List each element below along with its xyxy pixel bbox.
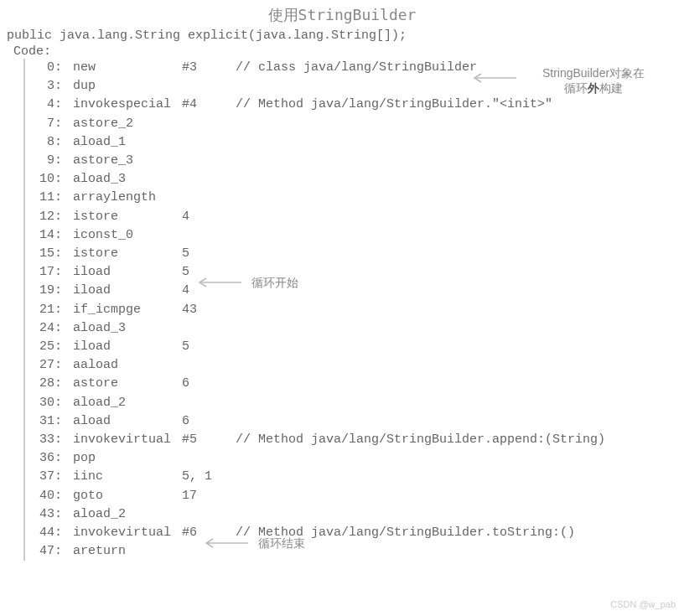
instruction: istore xyxy=(73,245,182,263)
instruction: astore xyxy=(73,375,182,393)
instruction: iload xyxy=(73,338,182,356)
offset: 43: xyxy=(28,505,65,524)
offset: 30: xyxy=(28,394,65,412)
offset: 24: xyxy=(28,319,65,338)
arrow-icon xyxy=(194,277,241,288)
offset: 11: xyxy=(28,189,65,207)
bytecode-row: 33: invokevirtual#5// Method java/lang/S… xyxy=(28,431,684,449)
offset: 21: xyxy=(28,301,65,319)
offset: 36: xyxy=(28,449,65,468)
annotation-text: StringBuilder对象在 xyxy=(526,65,661,80)
bytecode-row: 10: aload_3 xyxy=(28,170,684,189)
instruction: iload xyxy=(73,263,182,282)
argument: 17 xyxy=(182,487,236,505)
instruction: iconst_0 xyxy=(73,226,182,245)
argument: 6 xyxy=(182,375,236,393)
bytecode-row: 17: iload5 xyxy=(28,263,684,282)
bytecode-row: 30: aload_2 xyxy=(28,394,684,412)
annotation-text: 循环外构建 xyxy=(526,80,661,96)
annotation-loop-start: 循环开始 xyxy=(251,275,298,290)
instruction: invokespecial xyxy=(73,96,182,114)
instruction: aload_1 xyxy=(73,133,182,152)
offset: 28: xyxy=(28,375,65,393)
comment: // Method java/lang/StringBuilder."<init… xyxy=(236,96,552,114)
annotation-outside-loop: StringBuilder对象在 循环外构建 xyxy=(526,65,661,96)
argument: #5 xyxy=(182,431,236,449)
arrow-icon xyxy=(201,537,248,549)
bytecode-row: 7: astore_2 xyxy=(28,115,684,133)
offset: 31: xyxy=(28,412,65,431)
instruction: invokevirtual xyxy=(73,524,182,542)
offset: 17: xyxy=(28,263,65,282)
instruction: istore xyxy=(73,208,182,226)
bytecode-row: 4: invokespecial#4// Method java/lang/St… xyxy=(28,96,684,114)
instruction: iload xyxy=(73,282,182,300)
arrow-icon xyxy=(469,72,516,84)
watermark: CSDN @w_pab xyxy=(610,599,676,609)
argument: 4 xyxy=(182,208,236,226)
instruction: dup xyxy=(73,77,182,96)
argument: 43 xyxy=(182,301,236,319)
bytecode-row: 8: aload_1 xyxy=(28,133,684,152)
bytecode-row: 12: istore4 xyxy=(28,208,684,226)
offset: 10: xyxy=(28,170,65,189)
offset: 15: xyxy=(28,245,65,263)
instruction: iinc xyxy=(73,468,182,486)
offset: 3: xyxy=(28,77,65,96)
instruction: aaload xyxy=(73,356,182,375)
bytecode-row: 21: if_icmpge43 xyxy=(28,301,684,319)
bytecode-row: 24: aload_3 xyxy=(28,319,684,338)
bytecode-row: 40: goto17 xyxy=(28,487,684,505)
instruction: areturn xyxy=(73,542,182,561)
offset: 40: xyxy=(28,487,65,505)
instruction: aload_2 xyxy=(73,394,182,412)
instruction: new xyxy=(73,59,182,77)
offset: 0: xyxy=(28,59,65,77)
offset: 37: xyxy=(28,468,65,486)
argument: 6 xyxy=(182,412,236,431)
offset: 27: xyxy=(28,356,65,375)
offset: 44: xyxy=(28,524,65,542)
offset: 4: xyxy=(28,96,65,114)
bytecode-row: 15: istore5 xyxy=(28,245,684,263)
argument: #3 xyxy=(182,59,236,77)
comment: // Method java/lang/StringBuilder.append… xyxy=(236,431,605,449)
instruction: astore_2 xyxy=(73,115,182,133)
bytecode-row: 14: iconst_0 xyxy=(28,226,684,245)
offset: 7: xyxy=(28,115,65,133)
bytecode-row: 28: astore6 xyxy=(28,375,684,393)
instruction: if_icmpge xyxy=(73,301,182,319)
argument: 5 xyxy=(182,245,236,263)
bytecode-row: 25: iload5 xyxy=(28,338,684,356)
bytecode-row: 19: iload4 xyxy=(28,282,684,300)
page-title: 使用StringBuilder xyxy=(0,0,684,28)
instruction: astore_3 xyxy=(73,152,182,170)
bytecode-row: 37: iinc5, 1 xyxy=(28,468,684,486)
bytecode-row: 47: areturn xyxy=(28,542,684,561)
instruction: invokevirtual xyxy=(73,431,182,449)
offset: 33: xyxy=(28,431,65,449)
instruction: aload xyxy=(73,412,182,431)
instruction: pop xyxy=(73,449,182,468)
annotation-loop-end: 循环结束 xyxy=(258,536,305,551)
bytecode-row: 44: invokevirtual#6// Method java/lang/S… xyxy=(28,524,684,542)
offset: 12: xyxy=(28,208,65,226)
bytecode-row: 36: pop xyxy=(28,449,684,468)
method-signature: public java.lang.String explicit(java.la… xyxy=(0,28,684,44)
bytecode-listing: 0: new#3// class java/lang/StringBuilder… xyxy=(23,59,684,561)
offset: 25: xyxy=(28,338,65,356)
offset: 9: xyxy=(28,152,65,170)
instruction: arraylength xyxy=(73,189,182,207)
offset: 47: xyxy=(28,542,65,561)
bytecode-row: 43: aload_2 xyxy=(28,505,684,524)
bytecode-row: 9: astore_3 xyxy=(28,152,684,170)
bytecode-row: 27: aaload xyxy=(28,356,684,375)
offset: 8: xyxy=(28,133,65,152)
instruction: goto xyxy=(73,487,182,505)
comment: // class java/lang/StringBuilder xyxy=(236,59,477,77)
instruction: aload_3 xyxy=(73,319,182,338)
bytecode-row: 11: arraylength xyxy=(28,189,684,207)
argument: #4 xyxy=(182,96,236,114)
instruction: aload_2 xyxy=(73,505,182,524)
bytecode-row: 31: aload6 xyxy=(28,412,684,431)
